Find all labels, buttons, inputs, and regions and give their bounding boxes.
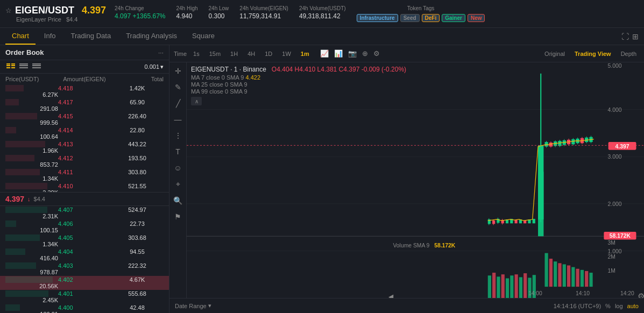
ob-bid-row[interactable]: 4.403 222.32 978.87	[0, 262, 169, 276]
chart-icon-linechart[interactable]: 📈	[319, 48, 330, 59]
chart-icon-candlestick[interactable]: 📊	[333, 48, 344, 59]
time-btn-1w[interactable]: 1W	[279, 49, 294, 58]
ob-bid-row[interactable]: 4.405 303.68 1.34K	[0, 234, 169, 248]
svg-text:14:20: 14:20	[620, 290, 634, 296]
ob-bid-rows: 4.407 524.97 2.31K 4.406 22.73 100.15 4.…	[0, 206, 169, 314]
svg-text:14:00: 14:00	[528, 290, 542, 296]
ob-ask-row[interactable]: 4.412 193.50 853.72	[0, 154, 169, 168]
svg-rect-34	[558, 263, 561, 287]
svg-rect-9	[32, 63, 41, 65]
tab-trading-analysis[interactable]: Trading Analysis	[119, 28, 183, 45]
tool-fibonaccci[interactable]: ⋮	[174, 131, 182, 140]
ob-ask-row[interactable]: 4.415 226.40 999.56	[0, 112, 169, 126]
chart-view-buttons: Original Trading View Depth	[541, 49, 640, 58]
svg-text:14:10: 14:10	[576, 290, 590, 296]
time-btn-1h[interactable]: 1H	[227, 49, 241, 58]
svg-text:2M: 2M	[608, 254, 615, 260]
tool-horizontal[interactable]: —	[174, 115, 182, 124]
ob-bid-row[interactable]: 4.407 524.97 2.31K	[0, 206, 169, 220]
ob-view-buy[interactable]	[31, 62, 42, 71]
ob-bid-row[interactable]: 4.402 4.67K 20.56K	[0, 276, 169, 290]
svg-rect-38	[576, 269, 579, 287]
chart-icon-settings[interactable]: ⚙	[372, 48, 381, 59]
tab-chart[interactable]: Chart	[5, 28, 36, 45]
tool-measure[interactable]: ⌖	[176, 180, 180, 189]
ob-view-sell[interactable]	[18, 62, 29, 71]
ob-bid-row[interactable]: 4.400 42.48 186.91	[0, 304, 169, 314]
ob-bid-row[interactable]: 4.404 94.55 416.40	[0, 248, 169, 262]
ob-view-both[interactable]	[5, 62, 16, 71]
svg-text:Volume SMA 9: Volume SMA 9	[393, 243, 430, 248]
svg-rect-60	[538, 145, 543, 219]
grid-icon[interactable]: ⊞	[632, 32, 639, 41]
time-btn-4h[interactable]: 4H	[244, 49, 258, 58]
view-btn-original[interactable]: Original	[541, 49, 568, 58]
tool-emoji[interactable]: ☺	[174, 163, 181, 172]
chart-icon-plus[interactable]: ⊕	[361, 48, 369, 59]
log-button[interactable]: log	[615, 303, 623, 309]
stat-24h-high: 24h High 4.940	[176, 5, 197, 20]
main-layout: Order Book ···	[0, 45, 644, 313]
tag-gainer[interactable]: Gainer	[442, 14, 465, 22]
ob-ask-row[interactable]: 4.417 65.90 291.08	[0, 98, 169, 112]
time-btn-1s[interactable]: 1s	[190, 49, 203, 58]
star-icon[interactable]: ☆	[5, 6, 12, 15]
svg-rect-20	[492, 273, 496, 298]
auto-button[interactable]: auto	[627, 303, 639, 309]
tool-zoomin[interactable]: 🔍	[173, 196, 182, 205]
ob-bid-row[interactable]: 4.406 22.73 100.15	[0, 220, 169, 234]
view-btn-tradingview[interactable]: Trading View	[571, 49, 614, 58]
svg-rect-2	[11, 63, 15, 65]
ob-ask-row[interactable]: 4.418 1.42K 6.27K	[0, 84, 169, 98]
ob-ask-row[interactable]: 4.413 443.22 1.96K	[0, 140, 169, 154]
svg-text:1.000: 1.000	[608, 248, 622, 254]
svg-rect-26	[519, 277, 522, 298]
tag-infrastructure[interactable]: Infrastructure	[357, 14, 398, 22]
tab-trading-data[interactable]: Trading Data	[64, 28, 117, 45]
svg-rect-56	[523, 220, 526, 223]
tool-text[interactable]: T	[175, 147, 180, 156]
chart-expand-icons: ⛶ ⊞	[621, 32, 639, 41]
svg-rect-40	[585, 271, 588, 287]
svg-rect-39	[581, 270, 584, 287]
time-btn-1d[interactable]: 1D	[261, 49, 275, 58]
tool-crosshair[interactable]: ✛	[175, 67, 181, 75]
symbol-section: ☆ EIGEN/USDT 4.397 EigenLayer Price $4.4	[5, 5, 106, 23]
ob-mid-price: 4.397 ↓ $4.4	[0, 192, 169, 206]
svg-rect-41	[589, 273, 592, 287]
time-btn-15m[interactable]: 15m	[206, 49, 224, 58]
tag-defi[interactable]: DeFi	[422, 14, 440, 22]
svg-rect-19	[488, 275, 491, 298]
chart-info-overlay: EIGENUSDT · 1 · Binance O4.404 H4.410 L4…	[191, 66, 406, 105]
fullscreen-icon[interactable]: ⛶	[621, 32, 629, 41]
ob-bid-row[interactable]: 4.401 555.68 2.45K	[0, 290, 169, 304]
svg-text:5.000: 5.000	[608, 63, 622, 69]
tool-pencil[interactable]: ✎	[175, 83, 181, 91]
tab-info[interactable]: Info	[38, 28, 62, 45]
svg-rect-31	[544, 253, 548, 287]
ob-ask-row[interactable]: 4.411 303.80 1.34K	[0, 168, 169, 182]
ob-precision-selector[interactable]: 0.001 ▾	[144, 63, 164, 70]
date-range-button[interactable]: Date Range ▾	[175, 302, 211, 309]
ob-ask-row[interactable]: 4.410 521.55 2.30K	[0, 182, 169, 192]
time-btn-1m[interactable]: 1m	[298, 49, 313, 58]
ob-ask-row[interactable]: 4.414 22.80 100.64	[0, 126, 169, 140]
ob-view-icons	[5, 62, 42, 71]
tool-flag[interactable]: ⚑	[174, 212, 181, 221]
token-tags-section: Token Tags Infrastructure Seed DeFi Gain…	[357, 5, 485, 22]
percent-button[interactable]: %	[605, 303, 611, 309]
stat-24h-low: 24h Low 0.300	[209, 5, 229, 20]
tool-trendline[interactable]: ╱	[176, 99, 180, 108]
tag-new[interactable]: New	[468, 14, 485, 22]
symbol-name: EIGEN/USDT	[15, 5, 74, 16]
svg-rect-24	[510, 275, 513, 298]
chart-icon-camera[interactable]: 📷	[347, 48, 358, 59]
ob-header: Order Book ···	[0, 45, 169, 60]
tag-seed[interactable]: Seed	[400, 14, 420, 22]
ob-options-button[interactable]: ···	[158, 49, 164, 56]
collapse-overlay-button[interactable]: ∧	[191, 97, 202, 105]
svg-rect-25	[515, 274, 518, 298]
tab-square[interactable]: Square	[186, 28, 221, 45]
svg-text:58.172K: 58.172K	[610, 233, 631, 239]
view-btn-depth[interactable]: Depth	[618, 49, 640, 58]
